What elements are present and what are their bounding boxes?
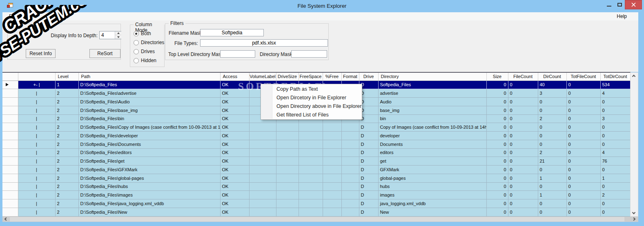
cell-path[interactable]: D:\Softpedia_Files\Documents bbox=[78, 140, 220, 148]
cell-size[interactable]: 0 bbox=[486, 174, 508, 182]
table-row[interactable]: |2D:\Softpedia_Files\global-pagesOKDglob… bbox=[2, 174, 630, 182]
cell-expand[interactable]: | bbox=[18, 199, 55, 208]
cell-volume-label[interactable] bbox=[249, 157, 276, 166]
row-selector[interactable] bbox=[2, 182, 18, 191]
cell-free-space[interactable] bbox=[299, 208, 323, 216]
cell-tot-file-count[interactable]: 0 bbox=[566, 157, 600, 166]
row-selector[interactable] bbox=[2, 89, 18, 98]
row-selector[interactable] bbox=[2, 132, 18, 140]
radio-icon[interactable] bbox=[134, 40, 139, 45]
cell-tot-file-count[interactable]: 0 bbox=[566, 106, 600, 114]
cell-dir-count[interactable]: 40 bbox=[538, 81, 566, 89]
cell-access[interactable]: OK bbox=[220, 182, 249, 191]
radio-option-directories[interactable]: Directories bbox=[134, 40, 164, 45]
cell-expand[interactable]: | bbox=[18, 182, 55, 191]
cell-dir-count[interactable]: 0 bbox=[538, 199, 566, 208]
cell-file-count[interactable]: 0 bbox=[508, 132, 538, 140]
cell-drive[interactable]: D bbox=[359, 191, 378, 199]
cell-access[interactable]: OK bbox=[220, 114, 249, 123]
cell-level[interactable]: 2 bbox=[55, 208, 78, 216]
cell-file-count[interactable]: 0 bbox=[508, 98, 538, 106]
cell-drive-size[interactable] bbox=[276, 132, 299, 140]
table-row[interactable]: |2D:\Softpedia_Files\developerOKDdevelop… bbox=[2, 132, 630, 140]
column-header-level[interactable]: Level bbox=[55, 72, 78, 81]
cell-directory[interactable]: get bbox=[378, 157, 486, 166]
cell-tot-file-count[interactable]: 0 bbox=[566, 123, 600, 132]
cell-free-space[interactable] bbox=[299, 157, 323, 166]
cell-file-count[interactable]: 0 bbox=[508, 208, 538, 216]
cell-dir-count[interactable]: 21 bbox=[538, 157, 566, 166]
cell-free-space[interactable] bbox=[299, 174, 323, 182]
cell-path[interactable]: D:\Softpedia_Files\Audio bbox=[78, 98, 220, 106]
column-header-freespace[interactable]: FreeSpace bbox=[299, 72, 323, 81]
cell-level[interactable]: 2 bbox=[55, 132, 78, 140]
cell-format[interactable] bbox=[341, 208, 359, 216]
cell-directory[interactable]: Documents bbox=[378, 140, 486, 148]
table-row[interactable]: |2D:\Softpedia_Files\imagesOKDimages0010… bbox=[2, 191, 630, 199]
context-menu-item[interactable]: Open Dircetory in File Explorer bbox=[261, 94, 362, 102]
resort-button[interactable]: ReSort bbox=[89, 49, 120, 58]
cell-drive[interactable]: D bbox=[359, 132, 378, 140]
cell-drive-size[interactable] bbox=[276, 123, 299, 132]
cell-drive-size[interactable] bbox=[276, 140, 299, 148]
column-header-format[interactable]: Format bbox=[341, 72, 359, 81]
column-header-drivesize[interactable]: DriveSize bbox=[276, 72, 299, 81]
cell-size[interactable]: 0 bbox=[486, 148, 508, 157]
menu-file[interactable]: File bbox=[9, 13, 17, 19]
cell-access[interactable]: OK bbox=[220, 174, 249, 182]
cell-drive-size[interactable] bbox=[276, 182, 299, 191]
cell-expand[interactable]: +- | bbox=[18, 81, 55, 89]
cell-access[interactable]: OK bbox=[220, 148, 249, 157]
cell-size[interactable]: 0 bbox=[486, 81, 508, 89]
cell-path[interactable]: D:\Softpedia_Files\get bbox=[78, 157, 220, 166]
row-selector[interactable] bbox=[2, 98, 18, 106]
cell-level[interactable]: 2 bbox=[55, 89, 78, 98]
cell-file-count[interactable]: 0 bbox=[508, 157, 538, 166]
cell-drive-size[interactable] bbox=[276, 199, 299, 208]
row-selector[interactable] bbox=[2, 114, 18, 123]
cell-free-space[interactable] bbox=[299, 140, 323, 148]
spinner-up-button[interactable] bbox=[115, 31, 121, 35]
cell-volume-label[interactable] bbox=[249, 140, 276, 148]
cell-drive[interactable]: D bbox=[359, 199, 378, 208]
cell-expand[interactable]: | bbox=[18, 106, 55, 114]
cell-volume-label[interactable] bbox=[249, 199, 276, 208]
cell-expand[interactable]: | bbox=[18, 148, 55, 157]
cell-dir-count[interactable]: 0 bbox=[538, 98, 566, 106]
cell-file-count[interactable]: 0 bbox=[508, 182, 538, 191]
cell-drive[interactable]: D bbox=[359, 148, 378, 157]
column-header-directory[interactable]: Directory bbox=[378, 72, 486, 81]
cell-directory[interactable]: advertise bbox=[378, 89, 486, 98]
horizontal-scrollbar-thumb[interactable] bbox=[10, 217, 624, 222]
cell-pct-free[interactable] bbox=[323, 199, 341, 208]
table-row[interactable]: |2D:\Softpedia_Files\java_logging.xml_vd… bbox=[2, 199, 630, 208]
scroll-left-icon[interactable] bbox=[4, 217, 8, 221]
column-header-blank[interactable] bbox=[18, 72, 55, 81]
cell-dir-count[interactable]: 0 bbox=[538, 123, 566, 132]
horizontal-scrollbar[interactable] bbox=[2, 217, 638, 222]
column-header-dircount[interactable]: DirCount bbox=[538, 72, 566, 81]
cell-level[interactable]: 2 bbox=[55, 106, 78, 114]
cell-expand[interactable]: | bbox=[18, 191, 55, 199]
minimize-button[interactable] bbox=[604, 0, 614, 9]
cell-directory[interactable]: editors bbox=[378, 148, 486, 157]
cell-directory[interactable]: Audio bbox=[378, 98, 486, 106]
cell-directory[interactable]: bin bbox=[378, 114, 486, 123]
column-header-totdircount[interactable]: TotDirCount bbox=[600, 72, 630, 81]
cell-tot-dir-count[interactable]: 0 bbox=[600, 132, 630, 140]
cell-expand[interactable]: | bbox=[18, 157, 55, 166]
cell-pct-free[interactable] bbox=[323, 166, 341, 174]
cell-level[interactable]: 2 bbox=[55, 140, 78, 148]
cell-dir-count[interactable]: 2 bbox=[538, 114, 566, 123]
cell-expand[interactable]: | bbox=[18, 132, 55, 140]
cell-pct-free[interactable] bbox=[323, 123, 341, 132]
row-selector[interactable] bbox=[2, 123, 18, 132]
cell-format[interactable] bbox=[341, 140, 359, 148]
cell-expand[interactable]: | bbox=[18, 114, 55, 123]
spinner-down-button[interactable] bbox=[115, 35, 121, 39]
cell-file-count[interactable]: 0 bbox=[508, 81, 538, 89]
cell-file-count[interactable]: 0 bbox=[508, 191, 538, 199]
cell-directory[interactable]: developer bbox=[378, 132, 486, 140]
cell-volume-label[interactable] bbox=[249, 123, 276, 132]
cell-level[interactable]: 2 bbox=[55, 114, 78, 123]
